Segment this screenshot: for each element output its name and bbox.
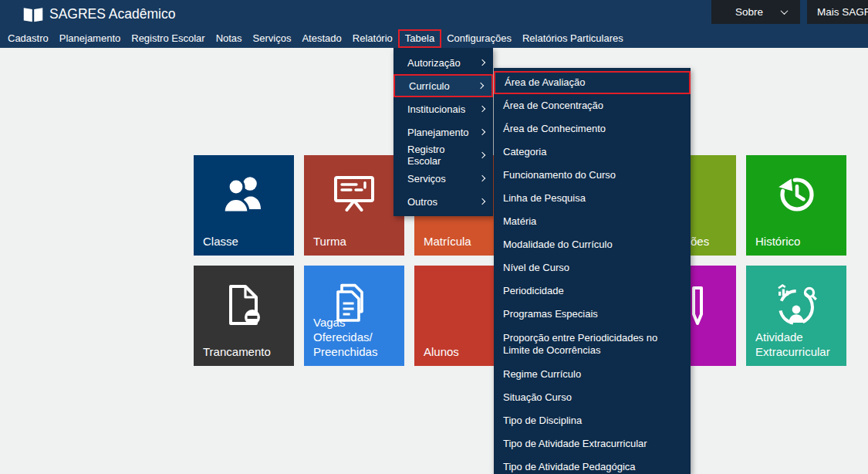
submenu-modalidade-do-curriculo[interactable]: Modalidade do Currículo — [494, 233, 691, 256]
submenu-area-de-conhecimento[interactable]: Área de Conhecimento — [494, 117, 691, 141]
submenu-tipo-atividade-extracurricular[interactable]: Tipo de Atividade Extracurricular — [494, 432, 691, 455]
menu-cadastro[interactable]: Cadastro — [2, 29, 54, 48]
title-bar: SAGRES Acadêmico Sobre Mais SAGRES — [0, 0, 868, 29]
tabela-dropdown-menu: Autorização Currículo Institucionais Pla… — [393, 48, 493, 216]
dropdown-planejamento[interactable]: Planejamento — [393, 120, 493, 144]
submenu-proporcao-periodicidades[interactable]: Proporção entre Periodicidades no Limite… — [494, 326, 691, 363]
submenu-tipo-de-disciplina[interactable]: Tipo de Disciplina — [494, 409, 691, 432]
chevron-right-icon — [479, 175, 485, 181]
menu-notas[interactable]: Notas — [211, 29, 248, 48]
tile-label: ões — [691, 234, 709, 249]
tile-label: Alunos — [424, 344, 459, 359]
submenu-nivel-de-curso[interactable]: Nível de Curso — [494, 256, 691, 279]
history-clock-icon — [775, 172, 818, 218]
tile-label: Turma — [313, 234, 346, 249]
presentation-board-icon — [332, 172, 377, 217]
chevron-right-icon — [479, 129, 485, 135]
submenu-area-de-avaliacao[interactable]: Área de Avaliação — [494, 71, 691, 94]
sobre-button[interactable]: Sobre — [711, 0, 800, 24]
activity-search-icon — [774, 283, 819, 330]
document-minus-icon — [223, 283, 265, 330]
curriculo-submenu: Área de Avaliação Área de Concentração Á… — [494, 68, 691, 474]
menu-registro-escolar[interactable]: Registro Escolar — [126, 29, 210, 48]
menu-relatorio[interactable]: Relatório — [347, 29, 398, 48]
tile-classe[interactable]: Classe — [194, 155, 294, 256]
tile-vagas-oferecidas-preenchidas[interactable]: Vagas Oferecidas/ Preenchidas — [304, 266, 404, 366]
tile-label: Matrícula — [424, 234, 471, 249]
submenu-categoria[interactable]: Categoria — [494, 141, 691, 164]
open-book-icon — [22, 5, 44, 27]
chevron-right-icon — [479, 59, 485, 66]
dropdown-servicos[interactable]: Serviços — [393, 167, 493, 190]
submenu-situacao-curso[interactable]: Situação Curso — [494, 386, 691, 409]
submenu-materia[interactable]: Matéria — [494, 210, 691, 233]
menu-planejamento[interactable]: Planejamento — [54, 29, 127, 48]
dropdown-institucionais[interactable]: Institucionais — [393, 97, 493, 120]
chevron-right-icon — [479, 152, 485, 158]
chevron-down-icon — [781, 7, 789, 15]
submenu-funcionamento-do-curso[interactable]: Funcionamento do Curso — [494, 164, 691, 187]
chevron-right-icon — [478, 83, 484, 89]
submenu-area-de-concentracao[interactable]: Área de Concentração — [494, 94, 691, 117]
tile-turma[interactable]: Turma — [304, 155, 404, 256]
chevron-right-icon — [479, 198, 485, 205]
submenu-linha-de-pesquisa[interactable]: Linha de Pesquisa — [494, 187, 691, 210]
tile-label: Vagas Oferecidas/ Preenchidas — [313, 315, 404, 359]
dropdown-registro-escolar[interactable]: Registro Escolar — [393, 144, 493, 167]
tile-label: Trancamento — [203, 344, 271, 359]
main-menubar: Cadastro Planejamento Registro Escolar N… — [0, 29, 868, 48]
chevron-right-icon — [479, 106, 485, 112]
tile-label: Classe — [203, 234, 238, 249]
dropdown-autorizacao[interactable]: Autorização — [393, 51, 493, 74]
menu-atestado[interactable]: Atestado — [296, 29, 346, 48]
tile-trancamento[interactable]: Trancamento — [194, 266, 294, 366]
menu-relatorios-particulares[interactable]: Relatórios Particulares — [517, 29, 629, 48]
app-title: SAGRES Acadêmico — [49, 0, 175, 29]
tile-historico[interactable]: Histórico — [746, 155, 846, 256]
mais-sagres-button[interactable]: Mais SAGRES — [807, 0, 868, 24]
tile-label: Atividade Extracurricular — [755, 330, 830, 359]
tile-label: Histórico — [755, 234, 800, 249]
people-icon — [220, 172, 268, 217]
tile-atividade-extracurricular[interactable]: Atividade Extracurricular — [746, 266, 846, 366]
submenu-periodicidade[interactable]: Periodicidade — [494, 279, 691, 303]
menu-configuracoes[interactable]: Configurações — [441, 29, 517, 48]
dropdown-curriculo[interactable]: Currículo — [393, 74, 493, 97]
menu-tabela[interactable]: Tabela — [398, 29, 441, 48]
menu-servicos[interactable]: Serviços — [248, 29, 297, 48]
submenu-tipo-atividade-pedagogica[interactable]: Tipo de Atividade Pedagógica — [494, 455, 691, 474]
submenu-regime-curriculo[interactable]: Regime Currículo — [494, 363, 691, 386]
dropdown-outros[interactable]: Outros — [393, 190, 493, 213]
submenu-programas-especiais[interactable]: Programas Especiais — [494, 303, 691, 326]
